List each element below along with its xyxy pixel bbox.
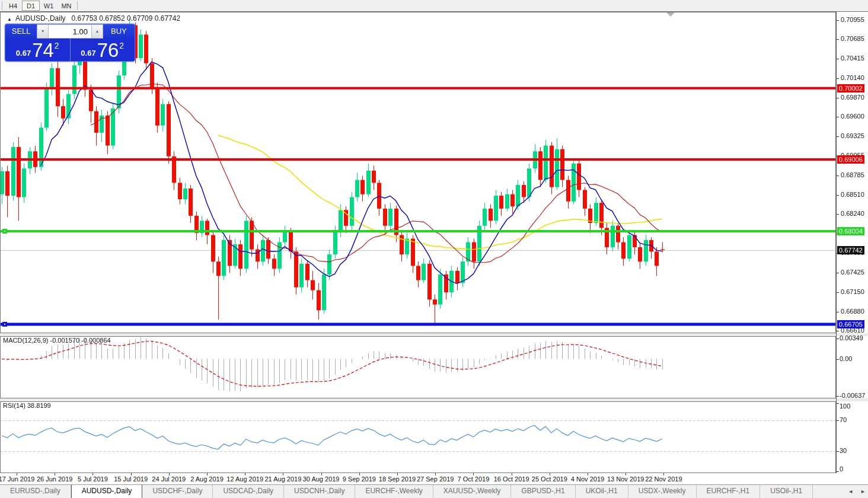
order-panel-top-row: SELL ▼ ▲ BUY [5,24,135,39]
collapse-panel-icon[interactable]: ▲ [7,17,12,22]
date-label: 9 Sep 2019 [343,475,376,483]
price-tick-label: 0.68785 [841,171,864,178]
date-label: 18 Sep 2019 [379,475,416,483]
buy-price-big: 76 [97,40,119,60]
level-price-box: 0.68004 [837,227,864,235]
date-label: 7 Oct 2019 [457,475,489,483]
price-tick-label: 0.67150 [841,288,864,295]
date-label: 5 Jul 2019 [78,475,108,483]
chart-symbol-label: AUDUSD-,Daily [15,14,66,23]
date-label: 2 Aug 2019 [190,475,224,483]
rsi-value: 38.8199 [27,402,51,409]
macd-label: MACD(12,26,9) -0.001570 -0.000864 [3,337,111,344]
price-tick-label: 0.70685 [841,35,864,42]
toolbar-separator [77,1,78,10]
level-price-box: 0.66705 [837,320,864,328]
chart-shift-marker-icon[interactable] [666,12,675,17]
price-tick-label: 0.70140 [841,74,864,81]
level-price-box: 0.70002 [837,84,864,92]
rsi-tick-label: 70 [840,416,847,423]
chart-ohlc-values: 0.67753 0.67852 0.67709 0.67742 [72,14,181,23]
chart-tab-gbpusd-h1[interactable]: GBPUSD-,H1 [511,485,575,498]
terminal-window: H4D1W1MN ▲AUDUSD-,Daily0.67753 0.67852 0… [0,0,868,498]
date-label: 22 Nov 2019 [645,475,682,483]
rsi-tick-label: 0 [840,465,843,473]
chart-tab-xauusd-weekly[interactable]: XAUUSD-,Weekly [433,485,511,498]
one-click-trading-panel: SELL ▼ ▲ BUY 0.67 74 2 0.67 76 2 [5,24,135,62]
chart-tab-audusd-daily[interactable]: AUDUSD-,Daily [71,485,143,498]
timeframe-button-mn[interactable]: MN [58,1,75,11]
sell-price-big: 74 [32,40,54,60]
price-tick-label: 0.68510 [841,191,864,198]
chart-tab-eurusd-daily[interactable]: EURUSD-,Daily [0,485,71,498]
volume-input[interactable] [49,24,91,39]
current-price-box: 0.67742 [837,246,864,254]
level-price-box: 0.69006 [837,155,864,164]
price-chart-canvas[interactable] [0,0,868,473]
buy-price[interactable]: 0.67 76 2 [71,39,135,61]
rsi-tick-label: 100 [840,403,850,410]
date-label: 21 Aug 2019 [264,475,301,483]
tab-scroll-left-icon[interactable]: ◄ [848,489,853,494]
chart-tab-eurchf-h1[interactable]: EURCHF-,H1 [697,485,761,498]
chart-tab-usoil-h1[interactable]: USOil-,H1 [760,485,813,498]
date-label: 13 Nov 2019 [607,475,644,483]
buy-price-small: 0.67 [81,49,95,58]
rsi-tick-label: 30 [840,447,847,454]
chart-tab-eurchf-weekly[interactable]: EURCHF-,Weekly [355,485,433,498]
date-label: 30 Aug 2019 [303,475,340,483]
volume-increase-button[interactable]: ▲ [91,24,103,39]
macd-tick-label: -0.00637 [840,392,865,399]
sell-price-small: 0.67 [16,49,31,58]
buy-button[interactable]: BUY [103,24,135,39]
price-tick-label: 0.66880 [841,308,864,315]
timeframe-button-h4[interactable]: H4 [4,1,22,11]
date-label: 25 Oct 2019 [532,475,567,483]
date-label: 17 Jun 2019 [0,475,34,483]
date-label: 24 Jul 2019 [152,475,186,483]
toolbar-separator [2,1,2,10]
macd-tick-label: 0.00 [840,355,852,362]
price-tick-label: 0.69325 [841,132,864,139]
timeframe-toolbar: H4D1W1MN [0,0,868,12]
order-panel-prices: 0.67 74 2 0.67 76 2 [5,39,135,61]
sell-price[interactable]: 0.67 74 2 [5,39,71,61]
price-tick-label: 0.69600 [841,113,864,120]
date-label: 26 Jun 2019 [37,475,73,483]
tab-scroll-buttons: ◄ ► [848,485,866,498]
macd-values: -0.001570 -0.000864 [50,337,110,344]
price-tick-label: 0.67425 [841,269,864,276]
tab-scroll-right-icon[interactable]: ► [860,489,866,494]
volume-decrease-button[interactable]: ▼ [37,24,49,39]
rsi-label: RSI(14) 38.8199 [3,402,51,409]
macd-tick-label: 0.00349 [840,334,863,341]
rsi-name: RSI(14) [3,402,25,409]
date-label: 12 Aug 2019 [226,475,263,483]
price-tick-label: 0.70415 [841,55,864,62]
date-label: 4 Nov 2019 [571,475,604,483]
date-label: 15 Jul 2019 [114,475,148,483]
sell-price-sup: 2 [55,41,59,50]
chart-header: ▲AUDUSD-,Daily0.67753 0.67852 0.67709 0.… [7,14,180,23]
chart-tab-usdcnh-daily[interactable]: USDCNH-,Daily [284,485,355,498]
date-label: 27 Sep 2019 [417,475,454,483]
buy-price-sup: 2 [119,41,124,50]
chart-tab-usdcad-daily[interactable]: USDCAD-,Daily [213,485,284,498]
chart-tab-usdchf-daily[interactable]: USDCHF-,Daily [142,485,213,498]
chart-tab-bar: EURUSD-,DailyAUDUSD-,DailyUSDCHF-,DailyU… [0,484,868,498]
macd-name: MACD(12,26,9) [3,337,48,344]
price-tick-label: 0.69870 [841,94,864,101]
date-label: 16 Oct 2019 [494,475,529,483]
sell-button[interactable]: SELL [5,24,37,39]
price-tick-label: 0.68240 [841,210,864,217]
price-tick-label: 0.70955 [841,16,864,23]
chart-tab-usdx-weekly[interactable]: USDX-,Weekly [628,485,697,498]
chart-tab-ukoil-h1[interactable]: UKOil-,H1 [576,485,628,498]
timeframe-button-w1[interactable]: W1 [40,1,58,11]
timeframe-button-d1[interactable]: D1 [22,1,40,11]
